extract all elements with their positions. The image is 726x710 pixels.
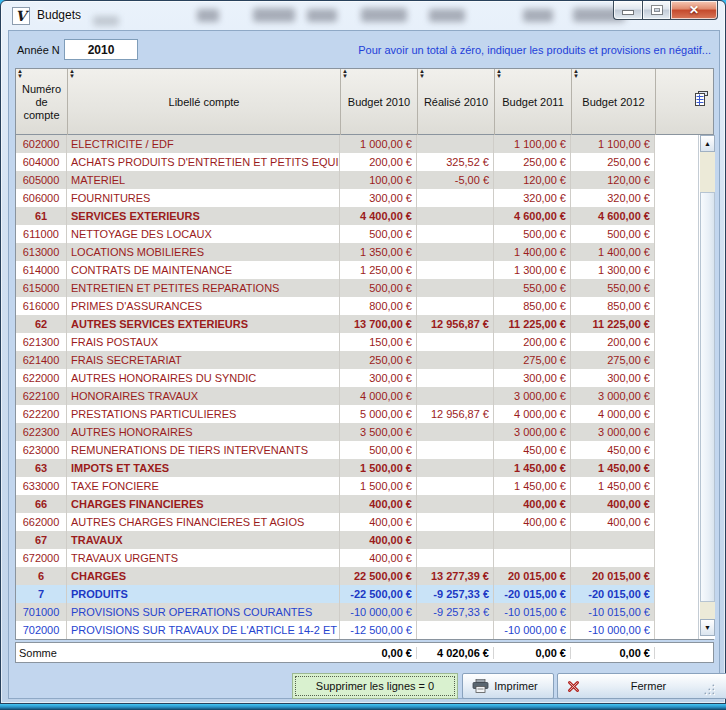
column-header-budget-2011[interactable]: Budget 2011 [494, 69, 571, 135]
cell-numero: 622000 [16, 369, 67, 387]
table-row[interactable]: 602000 ELECTRICITE / EDF 1 000,00 € 1 10… [16, 135, 655, 153]
table-row[interactable]: 6 CHARGES 22 500,00 € 13 277,39 € 20 015… [16, 567, 655, 585]
table-row[interactable]: 662000 AUTRES CHARGES FINANCIERES ET AGI… [16, 513, 655, 531]
table-body: 602000 ELECTRICITE / EDF 1 000,00 € 1 10… [16, 135, 713, 639]
table-row[interactable]: 615000 ENTRETIEN ET PETITES REPARATIONS … [16, 279, 655, 297]
cell-budget-2011: 320,00 € [494, 189, 571, 207]
table-row[interactable]: 611000 NETTOYAGE DES LOCAUX 500,00 € 500… [16, 225, 655, 243]
cell-budget-2011: 400,00 € [494, 513, 571, 531]
cell-budget-2010: 13 700,00 € [340, 315, 417, 333]
table-row[interactable]: 614000 CONTRATS DE MAINTENANCE 1 250,00 … [16, 261, 655, 279]
delete-zero-lines-button[interactable]: Supprimer les lignes = 0 [292, 673, 458, 699]
table-row[interactable]: 622300 AUTRES HONORAIRES 3 500,00 € 3 00… [16, 423, 655, 441]
table-row[interactable]: 616000 PRIMES D'ASSURANCES 800,00 € 850,… [16, 297, 655, 315]
scroll-up-button[interactable]: ▲ [700, 135, 715, 152]
cell-budget-2011: 3 000,00 € [494, 423, 571, 441]
cell-realise-2010 [417, 423, 494, 441]
scrollbar-thumb[interactable] [700, 192, 715, 602]
cell-budget-2012: 11 225,00 € [571, 315, 655, 333]
cell-budget-2012: 400,00 € [571, 513, 655, 531]
cell-budget-2010: 3 500,00 € [340, 423, 417, 441]
vertical-scrollbar[interactable]: ▲ ▼ [700, 135, 715, 639]
cell-budget-2010: 500,00 € [340, 441, 417, 459]
table-rows: 602000 ELECTRICITE / EDF 1 000,00 € 1 10… [16, 135, 655, 639]
cell-budget-2012 [571, 549, 655, 567]
glass-blur-artifact [429, 9, 465, 22]
print-button[interactable]: Imprimer [462, 673, 554, 699]
table-row[interactable]: 623000 REMUNERATIONS DE TIERS INTERVENAN… [16, 441, 655, 459]
cell-realise-2010 [417, 279, 494, 297]
cell-realise-2010 [417, 387, 494, 405]
cell-budget-2012: 1 450,00 € [571, 477, 655, 495]
sort-icon [496, 69, 502, 79]
cell-libelle: AUTRES HONORAIRES DU SYNDIC [67, 369, 340, 387]
cell-budget-2011: 200,00 € [494, 333, 571, 351]
cell-realise-2010 [417, 369, 494, 387]
cell-numero: 702000 [16, 621, 67, 639]
table-row[interactable]: 604000 ACHATS PRODUITS D'ENTRETIEN ET PE… [16, 153, 655, 171]
scroll-down-button[interactable]: ▼ [700, 619, 715, 636]
maximize-button[interactable] [642, 1, 671, 20]
cell-budget-2010: 400,00 € [340, 549, 417, 567]
delete-rows-icon[interactable] [695, 91, 708, 106]
table-row[interactable]: 613000 LOCATIONS MOBILIERES 1 350,00 € 1… [16, 243, 655, 261]
cell-budget-2011: 1 300,00 € [494, 261, 571, 279]
column-header-libelle[interactable]: Libellé compte [67, 69, 340, 135]
close-button[interactable]: ✕ [671, 1, 718, 20]
cell-numero: 606000 [16, 189, 67, 207]
cell-libelle: FRAIS POSTAUX [67, 333, 340, 351]
table-row[interactable]: 672000 TRAVAUX URGENTS 400,00 € [16, 549, 655, 567]
table-row[interactable]: 622100 HONORAIRES TRAVAUX 4 000,00 € 3 0… [16, 387, 655, 405]
minimize-button[interactable] [613, 1, 642, 20]
cell-libelle: PROVISIONS SUR OPERATIONS COURANTES [67, 603, 340, 621]
cell-realise-2010 [417, 513, 494, 531]
column-header-budget-2010[interactable]: Budget 2010 [340, 69, 417, 135]
table-row[interactable]: 61 SERVICES EXTERIEURS 4 400,00 € 4 600,… [16, 207, 655, 225]
cell-numero: 701000 [16, 603, 67, 621]
table-row[interactable]: 633000 TAXE FONCIERE 1 500,00 € 1 450,00… [16, 477, 655, 495]
cell-budget-2010: 400,00 € [340, 513, 417, 531]
column-header-label: Budget 2011 [502, 96, 564, 109]
table-row[interactable]: 62 AUTRES SERVICES EXTERIEURS 13 700,00 … [16, 315, 655, 333]
cell-libelle: CHARGES FINANCIERES [67, 495, 340, 513]
somme-label: Somme [16, 647, 340, 659]
table-row[interactable]: 605000 MATERIEL 100,00 € -5,00 € 120,00 … [16, 171, 655, 189]
table-row[interactable]: 63 IMPOTS ET TAXES 1 500,00 € 1 450,00 €… [16, 459, 655, 477]
cell-numero: 605000 [16, 171, 67, 189]
glass-blur-artifact [523, 9, 553, 22]
table-row[interactable]: 621400 FRAIS SECRETARIAT 250,00 € 275,00… [16, 351, 655, 369]
table-row[interactable]: 621300 FRAIS POSTAUX 150,00 € 200,00 € 2… [16, 333, 655, 351]
cell-budget-2010: 400,00 € [340, 531, 417, 549]
table-row[interactable]: 622200 PRESTATIONS PARTICULIERES 5 000,0… [16, 405, 655, 423]
cell-realise-2010: 13 277,39 € [417, 567, 494, 585]
annee-input[interactable] [64, 39, 138, 60]
close-icon: ✕ [671, 3, 717, 17]
cell-libelle: NETTOYAGE DES LOCAUX [67, 225, 340, 243]
cell-budget-2012: 20 015,00 € [571, 567, 655, 585]
fermer-button[interactable]: Fermer [557, 673, 726, 699]
cell-budget-2010: 1 250,00 € [340, 261, 417, 279]
table-row[interactable]: 67 TRAVAUX 400,00 € [16, 531, 655, 549]
glass-blur-artifact [197, 9, 219, 22]
table-row[interactable]: 606000 FOURNITURES 300,00 € 320,00 € 320… [16, 189, 655, 207]
column-header-label: Réalisé 2010 [424, 96, 488, 109]
table-row[interactable]: 701000 PROVISIONS SUR OPERATIONS COURANT… [16, 603, 655, 621]
somme-row: Somme 0,00 € 4 020,06 € 0,00 € 0,00 € [15, 642, 714, 663]
cell-budget-2011: 1 450,00 € [494, 477, 571, 495]
cell-realise-2010 [417, 207, 494, 225]
cell-numero: 621400 [16, 351, 67, 369]
table-row[interactable]: 702000 PROVISIONS SUR TRAVAUX DE L'ARTIC… [16, 621, 655, 639]
table-row[interactable]: 66 CHARGES FINANCIERES 400,00 € 400,00 €… [16, 495, 655, 513]
cell-budget-2010: 300,00 € [340, 189, 417, 207]
column-header-numero[interactable]: Numéro de compte [16, 69, 67, 135]
cell-budget-2010: 400,00 € [340, 495, 417, 513]
cell-numero: 672000 [16, 549, 67, 567]
cell-budget-2010: 4 000,00 € [340, 387, 417, 405]
column-header-budget-2012[interactable]: Budget 2012 [571, 69, 655, 135]
table-row[interactable]: 622000 AUTRES HONORAIRES DU SYNDIC 300,0… [16, 369, 655, 387]
table-row[interactable]: 7 PRODUITS -22 500,00 € -9 257,33 € -20 … [16, 585, 655, 603]
resize-grip[interactable] [702, 682, 717, 697]
column-header-realise-2010[interactable]: Réalisé 2010 [417, 69, 494, 135]
cell-budget-2011: 850,00 € [494, 297, 571, 315]
cell-budget-2011: 550,00 € [494, 279, 571, 297]
